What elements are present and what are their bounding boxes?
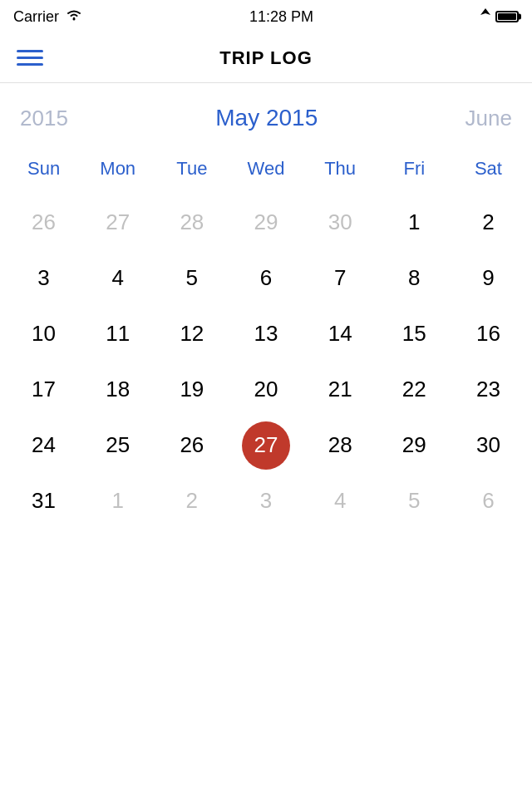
day-number: 9 <box>482 265 494 290</box>
next-month-button[interactable]: June <box>466 106 512 131</box>
day-number: 27 <box>254 432 278 457</box>
day-number: 31 <box>32 488 56 513</box>
day-number: 27 <box>106 209 130 234</box>
hamburger-button[interactable] <box>17 50 43 66</box>
calendar-day[interactable]: 15 <box>377 306 451 362</box>
current-month-label: May 2015 <box>215 105 318 131</box>
calendar-day[interactable]: 19 <box>155 362 229 417</box>
hamburger-line-1 <box>17 50 43 52</box>
day-number: 1 <box>111 488 123 513</box>
calendar-day[interactable]: 4 <box>81 250 155 306</box>
day-header-sat: Sat <box>451 150 525 188</box>
day-number: 18 <box>106 377 130 401</box>
calendar-day[interactable]: 2 <box>451 195 525 250</box>
calendar-day[interactable]: 23 <box>451 362 525 417</box>
day-number: 26 <box>180 432 204 457</box>
calendar-day[interactable]: 27 <box>81 195 155 250</box>
calendar-day[interactable]: 7 <box>303 250 377 306</box>
calendar-day[interactable]: 6 <box>229 250 303 306</box>
day-number: 28 <box>180 209 204 234</box>
day-number: 4 <box>334 488 346 513</box>
calendar-day[interactable]: 18 <box>81 362 155 417</box>
day-header-thu: Thu <box>303 150 377 188</box>
calendar-day[interactable]: 3 <box>7 250 81 306</box>
battery-icon <box>495 11 519 22</box>
calendar-day[interactable]: 5 <box>155 250 229 306</box>
day-number: 29 <box>402 432 426 457</box>
calendar-day[interactable]: 30 <box>303 195 377 250</box>
day-header-mon: Mon <box>81 150 155 188</box>
day-number: 16 <box>476 321 500 346</box>
prev-month-button[interactable]: 2015 <box>20 106 68 131</box>
day-number: 22 <box>402 377 426 401</box>
calendar-day[interactable]: 13 <box>229 306 303 362</box>
calendar-day[interactable]: 26 <box>7 195 81 250</box>
calendar-day[interactable]: 8 <box>377 250 451 306</box>
day-number: 5 <box>408 488 420 513</box>
day-number: 30 <box>476 432 500 457</box>
day-number: 30 <box>328 209 352 234</box>
day-number: 19 <box>180 377 204 401</box>
calendar-day[interactable]: 5 <box>377 473 451 529</box>
day-number: 11 <box>106 321 130 346</box>
calendar-day[interactable]: 1 <box>81 473 155 529</box>
calendar-day[interactable]: 30 <box>451 417 525 473</box>
calendar-day[interactable]: 21 <box>303 362 377 417</box>
day-number: 15 <box>402 321 426 346</box>
day-number: 26 <box>32 209 56 234</box>
day-headers: SunMonTueWedThuFriSat <box>7 150 525 188</box>
day-number: 28 <box>328 432 352 457</box>
day-header-fri: Fri <box>377 150 451 188</box>
calendar-day[interactable]: 12 <box>155 306 229 362</box>
calendar: SunMonTueWedThuFriSat 262728293012345678… <box>0 150 532 529</box>
day-number: 7 <box>334 265 346 290</box>
calendar-day[interactable]: 31 <box>7 473 81 529</box>
calendar-day[interactable]: 10 <box>7 306 81 362</box>
calendar-day[interactable]: 9 <box>451 250 525 306</box>
calendar-day[interactable]: 28 <box>155 195 229 250</box>
day-number: 14 <box>328 321 352 346</box>
day-number: 13 <box>254 321 278 346</box>
calendar-day[interactable]: 6 <box>451 473 525 529</box>
calendar-day[interactable]: 27 <box>229 417 303 473</box>
calendar-day[interactable]: 1 <box>377 195 451 250</box>
status-time: 11:28 PM <box>249 8 313 26</box>
day-number: 3 <box>260 488 272 513</box>
status-left: Carrier <box>13 8 82 26</box>
day-number: 6 <box>482 488 494 513</box>
day-number: 12 <box>180 321 204 346</box>
day-number: 4 <box>111 265 123 290</box>
calendar-day[interactable]: 3 <box>229 473 303 529</box>
calendar-day[interactable]: 11 <box>81 306 155 362</box>
calendar-day[interactable]: 28 <box>303 417 377 473</box>
nav-bar: TRIP LOG <box>0 33 532 83</box>
day-header-sun: Sun <box>7 150 81 188</box>
calendar-day[interactable]: 16 <box>451 306 525 362</box>
day-number: 10 <box>32 321 56 346</box>
calendar-day[interactable]: 24 <box>7 417 81 473</box>
day-number: 29 <box>254 209 278 234</box>
day-number: 21 <box>328 377 352 401</box>
calendar-day[interactable]: 17 <box>7 362 81 417</box>
calendar-day[interactable]: 20 <box>229 362 303 417</box>
day-number: 2 <box>482 209 494 234</box>
calendar-day[interactable]: 25 <box>81 417 155 473</box>
status-right <box>480 8 519 25</box>
calendar-day[interactable]: 14 <box>303 306 377 362</box>
calendar-day[interactable]: 2 <box>155 473 229 529</box>
calendar-day[interactable]: 29 <box>377 417 451 473</box>
page-title: TRIP LOG <box>219 47 313 69</box>
svg-point-0 <box>73 18 76 21</box>
calendar-grid: 2627282930123456789101112131415161718192… <box>7 195 525 529</box>
day-number: 3 <box>37 265 49 290</box>
location-icon <box>480 8 490 25</box>
day-number: 24 <box>32 432 56 457</box>
day-number: 17 <box>32 377 56 401</box>
month-navigation: 2015 May 2015 June <box>0 83 532 150</box>
day-number: 2 <box>186 488 198 513</box>
calendar-day[interactable]: 22 <box>377 362 451 417</box>
calendar-day[interactable]: 4 <box>303 473 377 529</box>
calendar-day[interactable]: 29 <box>229 195 303 250</box>
hamburger-line-2 <box>17 57 43 59</box>
calendar-day[interactable]: 26 <box>155 417 229 473</box>
